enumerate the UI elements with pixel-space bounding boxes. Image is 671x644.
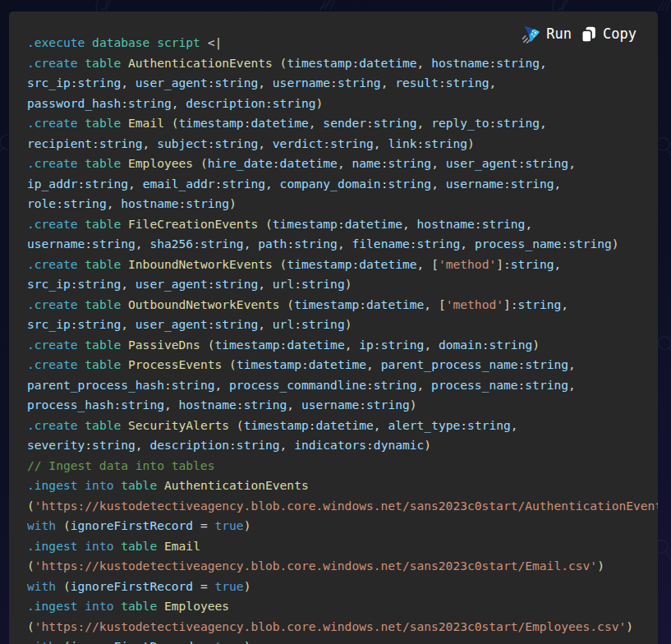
code-token (121, 156, 128, 170)
code-token: ) (345, 317, 352, 331)
code-token (193, 579, 200, 593)
code-token: string (482, 217, 526, 231)
code-line: with (ignoreFirstRecord = true) (27, 637, 658, 644)
code-line: .create table AuthenticationEvents (time… (27, 53, 658, 74)
code-token (78, 418, 85, 432)
code-token: string (511, 257, 554, 271)
code-token: : (439, 76, 446, 90)
code-token: Email (164, 539, 200, 553)
code-token: table (121, 599, 157, 613)
code-token: string (446, 76, 489, 90)
code-token (439, 156, 446, 170)
code-token: : (208, 277, 215, 291)
code-token: string (518, 297, 562, 311)
code-token: indicators (294, 438, 366, 452)
code-token (121, 418, 128, 432)
code-token: , (424, 297, 431, 311)
code-token: : (208, 136, 215, 150)
code-token: string (330, 136, 374, 150)
code-token: ] (503, 297, 511, 311)
code-token: reply_to (431, 116, 489, 130)
code-token: 'https://kustodetectiveagency.blob.core.… (34, 559, 597, 573)
code-token: datetime (359, 56, 416, 70)
code-token: OutboundNetworkEvents (128, 297, 280, 311)
code-token: table (85, 257, 121, 271)
code-block[interactable]: .execute database script <|.create table… (9, 12, 658, 644)
code-token: table (85, 338, 121, 352)
code-token: : (352, 56, 359, 70)
code-token (193, 518, 200, 532)
code-token (56, 639, 63, 644)
code-token: email_addr (143, 177, 215, 191)
code-token: ( (63, 639, 71, 644)
code-token: username (273, 76, 330, 90)
code-token: AuthenticationEvents (128, 56, 273, 70)
run-button[interactable]: Run (522, 25, 572, 44)
code-token (78, 599, 85, 613)
code-token: datetime (309, 357, 366, 371)
code-token (172, 398, 179, 412)
code-token: , (554, 257, 562, 271)
code-token: string (525, 156, 568, 170)
code-token (78, 116, 85, 130)
code-token: company_domain (280, 177, 381, 191)
code-token: script (157, 35, 200, 49)
code-line: with (ignoreFirstRecord = true) (27, 516, 658, 536)
code-token: string (215, 277, 259, 291)
code-token: , (568, 156, 576, 170)
code-token: : (511, 297, 518, 311)
code-line: .create table ProcessEvents (timestamp:d… (27, 355, 658, 375)
code-token (287, 438, 294, 452)
code-actions: Run Copy (522, 25, 637, 44)
code-token: hostname (431, 56, 489, 70)
code-token: string (215, 317, 259, 331)
code-token: AuthenticationEvents (164, 478, 309, 492)
code-line: .ingest into table AuthenticationEvents (27, 476, 658, 496)
code-token: table (85, 116, 121, 130)
code-token: : (56, 196, 63, 210)
code-token: string (215, 136, 259, 150)
code-token: dynamic (374, 438, 425, 452)
code-token: string (568, 237, 612, 251)
code-token: parent_process_name (381, 357, 518, 371)
code-token: with (27, 579, 56, 593)
code-token: string (388, 177, 431, 191)
code-token: table (85, 56, 121, 70)
code-line: .create table Employees (hire_date:datet… (27, 154, 658, 174)
code-token: parent_process_hash (27, 378, 164, 392)
code-token: : (71, 317, 78, 331)
code-line: username:string, sha256:string, path:str… (27, 234, 658, 255)
code-token: string (78, 76, 122, 90)
code-token: : (164, 378, 172, 392)
code-token (128, 317, 136, 331)
code-token: InboundNetworkEvents (128, 257, 273, 271)
code-token: string (301, 317, 345, 331)
code-token (128, 76, 136, 90)
code-token: 'method' (439, 257, 496, 271)
code-token: Employees (128, 156, 193, 170)
code-token: , (309, 116, 316, 130)
code-token: ProcessEvents (128, 357, 222, 371)
code-token: : (366, 116, 374, 130)
code-token: string (366, 398, 410, 412)
code-line: .ingest into table Employees (27, 596, 658, 617)
code-token: 'https://kustodetectiveagency.blob.core.… (34, 499, 658, 513)
code-token: sha256 (149, 237, 193, 251)
code-token: , (338, 237, 345, 251)
code-token: string (424, 136, 467, 150)
code-token: timestamp (273, 217, 338, 231)
code-token: , (460, 237, 467, 251)
code-token: ( (287, 297, 294, 311)
code-token: string (92, 237, 136, 251)
code-token (193, 639, 200, 644)
code-token: string (92, 438, 136, 452)
code-line: recipient:string, subject:string, verdic… (27, 134, 658, 154)
code-token: alert_type (388, 418, 460, 432)
code-token: , (258, 76, 265, 90)
code-token: name (352, 156, 380, 170)
code-token: string (186, 196, 229, 210)
copy-icon (580, 25, 597, 44)
code-token: ip_addr (27, 177, 78, 191)
copy-button[interactable]: Copy (580, 25, 637, 44)
code-token: database (92, 35, 149, 49)
